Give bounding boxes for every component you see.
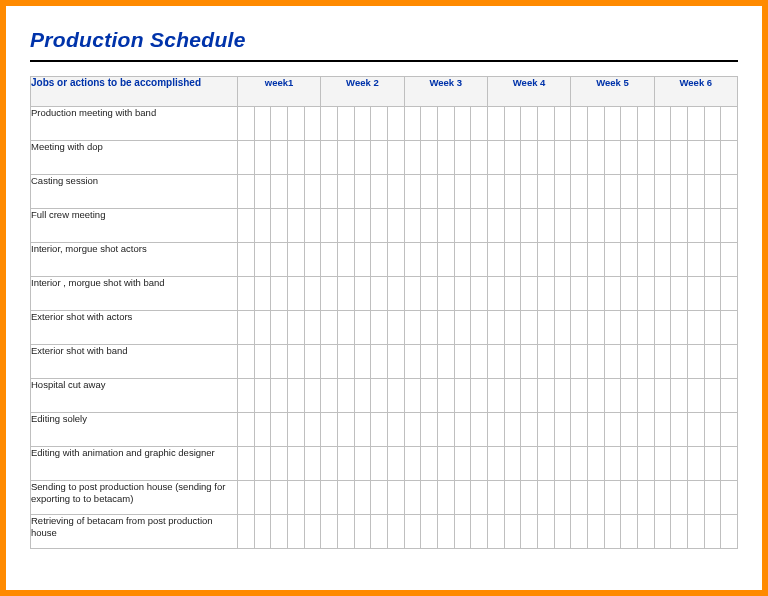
day-cell (654, 175, 671, 209)
day-cell (571, 209, 588, 243)
week-header: Week 6 (654, 77, 737, 107)
day-cell (354, 447, 371, 481)
day-cell (421, 379, 438, 413)
day-cell (471, 175, 488, 209)
day-cell (254, 107, 271, 141)
day-cell (487, 413, 504, 447)
day-cell (354, 175, 371, 209)
job-cell: Hospital cut away (31, 379, 238, 413)
day-cell (554, 243, 571, 277)
day-cell (254, 311, 271, 345)
day-cell (387, 243, 404, 277)
day-cell (254, 141, 271, 175)
day-cell (321, 311, 338, 345)
day-cell (687, 515, 704, 549)
day-cell (287, 209, 304, 243)
day-cell (654, 311, 671, 345)
day-cell (687, 277, 704, 311)
table-row: Production meeting with band (31, 107, 738, 141)
job-cell: Full crew meeting (31, 209, 238, 243)
day-cell (437, 413, 454, 447)
day-cell (587, 107, 604, 141)
day-cell (554, 481, 571, 515)
day-cell (521, 379, 538, 413)
table-row: Editing with animation and graphic desig… (31, 447, 738, 481)
day-cell (521, 311, 538, 345)
day-cell (571, 141, 588, 175)
day-cell (537, 413, 554, 447)
day-cell (621, 141, 638, 175)
day-cell (637, 515, 654, 549)
day-cell (304, 277, 321, 311)
day-cell (554, 311, 571, 345)
day-cell (687, 379, 704, 413)
day-cell (271, 209, 288, 243)
day-cell (421, 481, 438, 515)
day-cell (587, 209, 604, 243)
day-cell (321, 175, 338, 209)
job-cell: Editing solely (31, 413, 238, 447)
day-cell (437, 209, 454, 243)
day-cell (437, 277, 454, 311)
day-cell (304, 447, 321, 481)
day-cell (571, 413, 588, 447)
document-page: Production Schedule Jobs or actions to b… (6, 6, 762, 590)
day-cell (237, 447, 254, 481)
day-cell (304, 345, 321, 379)
day-cell (654, 277, 671, 311)
day-cell (621, 447, 638, 481)
week-header: Week 4 (487, 77, 570, 107)
day-cell (337, 413, 354, 447)
day-cell (554, 413, 571, 447)
day-cell (471, 141, 488, 175)
day-cell (621, 311, 638, 345)
day-cell (521, 277, 538, 311)
day-cell (587, 175, 604, 209)
day-cell (571, 175, 588, 209)
day-cell (337, 243, 354, 277)
day-cell (671, 515, 688, 549)
day-cell (437, 515, 454, 549)
day-cell (687, 175, 704, 209)
day-cell (521, 243, 538, 277)
day-cell (337, 515, 354, 549)
day-cell (637, 447, 654, 481)
day-cell (387, 107, 404, 141)
table-row: Retrieving of betacam from post producti… (31, 515, 738, 549)
day-cell (671, 379, 688, 413)
day-cell (237, 345, 254, 379)
day-cell (271, 277, 288, 311)
day-cell (471, 447, 488, 481)
day-cell (471, 345, 488, 379)
day-cell (687, 141, 704, 175)
day-cell (621, 175, 638, 209)
day-cell (404, 107, 421, 141)
day-cell (354, 345, 371, 379)
day-cell (721, 175, 738, 209)
day-cell (354, 379, 371, 413)
day-cell (337, 141, 354, 175)
day-cell (304, 379, 321, 413)
day-cell (421, 515, 438, 549)
day-cell (637, 345, 654, 379)
day-cell (271, 175, 288, 209)
day-cell (671, 311, 688, 345)
day-cell (537, 481, 554, 515)
day-cell (404, 141, 421, 175)
day-cell (504, 209, 521, 243)
week-header: Week 3 (404, 77, 487, 107)
day-cell (671, 243, 688, 277)
day-cell (371, 413, 388, 447)
day-cell (637, 107, 654, 141)
day-cell (404, 175, 421, 209)
day-cell (487, 345, 504, 379)
day-cell (554, 175, 571, 209)
day-cell (521, 481, 538, 515)
day-cell (387, 277, 404, 311)
day-cell (304, 175, 321, 209)
day-cell (721, 277, 738, 311)
day-cell (604, 345, 621, 379)
day-cell (637, 481, 654, 515)
day-cell (271, 413, 288, 447)
day-cell (521, 175, 538, 209)
